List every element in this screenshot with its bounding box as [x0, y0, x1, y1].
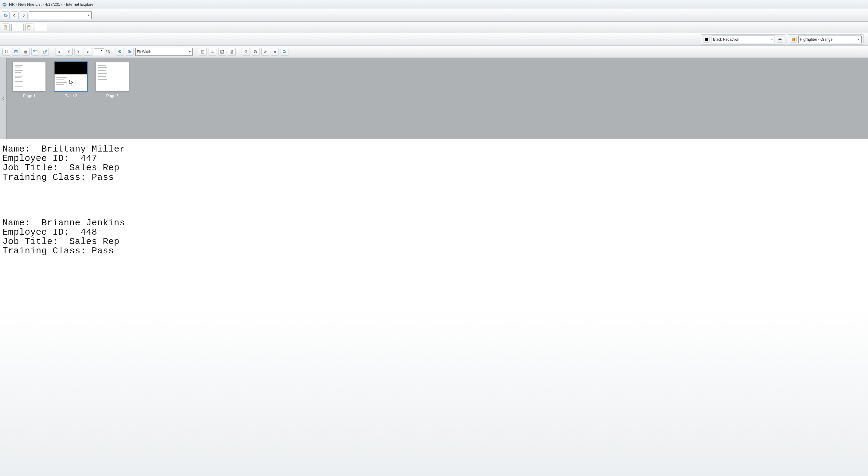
- print-button[interactable]: [22, 48, 30, 56]
- nav-back-button[interactable]: [11, 11, 19, 19]
- app-root: HR - New Hire List - 4/17/2017 - Interne…: [0, 0, 868, 476]
- id-label: Employee ID:: [2, 153, 69, 164]
- redaction-mode-combo[interactable]: Black Redaction ▼: [712, 36, 775, 43]
- svg-rect-15: [25, 53, 27, 53]
- svg-point-25: [283, 50, 285, 53]
- doc-icon-button-2[interactable]: [25, 24, 33, 31]
- svg-point-24: [265, 51, 266, 53]
- thumbnail-strip: Page 1 Page 2: [0, 58, 868, 139]
- id-value: 447: [81, 153, 97, 164]
- svg-rect-11: [15, 51, 17, 52]
- zoom-in-button[interactable]: [126, 48, 133, 56]
- secondary-toolbar: [0, 22, 868, 33]
- record-1: Name: Brittany Miller Employee ID: 447 J…: [2, 145, 866, 182]
- search-button[interactable]: [281, 48, 288, 56]
- title-label: Job Title:: [2, 163, 58, 173]
- redaction-mode-label: Black Redaction: [713, 37, 739, 41]
- thumbnail-1-label: Page 1: [23, 93, 35, 98]
- mail-button[interactable]: [31, 48, 39, 56]
- svg-rect-5: [28, 26, 30, 27]
- highlighter-color-swatch[interactable]: [790, 36, 797, 43]
- redaction-group: Black Redaction ▼: [701, 34, 785, 44]
- goto-end-button[interactable]: [271, 48, 279, 56]
- zoom-out-button[interactable]: [116, 48, 124, 56]
- save-button[interactable]: [12, 48, 20, 56]
- field-1[interactable]: [11, 24, 24, 31]
- chevron-down-icon: ▼: [771, 38, 773, 41]
- thumbnail-1[interactable]: Page 1: [13, 62, 46, 98]
- highlighter-label: Highlighter - Orange: [800, 37, 832, 41]
- window-titlebar: HR - New Hire List - 4/17/2017 - Interne…: [0, 0, 868, 9]
- window-title: HR - New Hire List - 4/17/2017 - Interne…: [9, 2, 95, 7]
- thumbnail-3-label: Page 3: [106, 93, 119, 98]
- page-count-label: / 3: [106, 50, 110, 54]
- rotate-right-button[interactable]: [252, 48, 259, 56]
- last-page-button[interactable]: [84, 48, 92, 56]
- title-value: Sales Rep: [69, 236, 120, 247]
- title-label: Job Title:: [2, 236, 58, 247]
- svg-rect-7: [5, 50, 6, 52]
- separator: [195, 48, 196, 56]
- prev-page-button[interactable]: [65, 48, 73, 56]
- chevron-down-icon: ▼: [87, 14, 90, 17]
- svg-rect-14: [25, 50, 27, 51]
- export-button[interactable]: [41, 48, 49, 56]
- field-2[interactable]: [35, 24, 47, 31]
- id-label: Employee ID:: [2, 227, 69, 237]
- content-area: Page 1 Page 2: [0, 58, 868, 476]
- home-button[interactable]: [2, 11, 10, 19]
- svg-rect-3: [4, 26, 7, 29]
- training-label: Training Class:: [2, 172, 86, 183]
- name-label: Name:: [2, 218, 30, 228]
- address-combo[interactable]: ▼: [29, 11, 92, 19]
- zoom-mode-combo[interactable]: Fit Width ▼: [135, 48, 193, 56]
- thumbnail-3[interactable]: Page 3: [96, 62, 129, 98]
- fit-width-button[interactable]: [209, 48, 216, 56]
- svg-rect-8: [5, 52, 6, 53]
- thumbnails: Page 1 Page 2: [7, 58, 135, 102]
- svg-rect-12: [16, 52, 17, 53]
- collapse-thumbnails-button[interactable]: [0, 58, 7, 139]
- svg-rect-6: [778, 38, 781, 40]
- current-page-input[interactable]: [94, 49, 104, 55]
- svg-rect-9: [7, 50, 8, 53]
- id-value: 448: [81, 227, 97, 237]
- thumbnail-2-label: Page 2: [64, 93, 77, 98]
- highlighter-combo[interactable]: Highlighter - Orange ▼: [798, 36, 862, 43]
- training-label: Training Class:: [2, 246, 86, 256]
- thumbnail-2[interactable]: Page 2: [54, 62, 87, 98]
- redaction-toolbar: Black Redaction ▼ Highlighter - Orange ▼: [0, 33, 868, 46]
- view-toolbar: / 3 Fit Width ▼: [0, 46, 868, 58]
- document-viewer[interactable]: Name: Brittany Miller Employee ID: 447 J…: [0, 139, 868, 476]
- zoom-mode-label: Fit Width: [137, 50, 151, 54]
- chevron-down-icon: ▼: [858, 38, 860, 41]
- settings-button[interactable]: [261, 48, 269, 56]
- first-page-button[interactable]: [55, 48, 63, 56]
- nav-forward-button[interactable]: [20, 11, 28, 19]
- redaction-color-swatch[interactable]: [703, 36, 710, 43]
- nav-toolbar: ▼: [0, 9, 868, 22]
- ie-icon: [2, 2, 7, 7]
- training-value: Pass: [92, 246, 114, 256]
- next-page-button[interactable]: [74, 48, 82, 56]
- fit-page-button[interactable]: [199, 48, 207, 56]
- name-value: Brittany Miller: [41, 144, 125, 154]
- record-2: Name: Brianne Jenkins Employee ID: 448 J…: [2, 218, 866, 256]
- rotate-left-button[interactable]: [242, 48, 250, 56]
- svg-rect-4: [28, 26, 30, 29]
- fit-height-button[interactable]: [228, 48, 236, 56]
- fit-window-button[interactable]: [218, 48, 226, 56]
- title-value: Sales Rep: [69, 163, 120, 173]
- name-label: Name:: [2, 144, 30, 154]
- highlighter-group: Highlighter - Orange ▼: [788, 34, 864, 44]
- chevron-down-icon: ▼: [188, 50, 191, 53]
- apply-redaction-button[interactable]: [777, 36, 783, 43]
- separator: [239, 48, 239, 56]
- doc-icon-button-1[interactable]: [2, 24, 10, 31]
- toggle-thumbnails-button[interactable]: [2, 48, 10, 56]
- name-value: Brianne Jenkins: [41, 218, 125, 228]
- separator: [52, 48, 52, 56]
- training-value: Pass: [92, 172, 114, 183]
